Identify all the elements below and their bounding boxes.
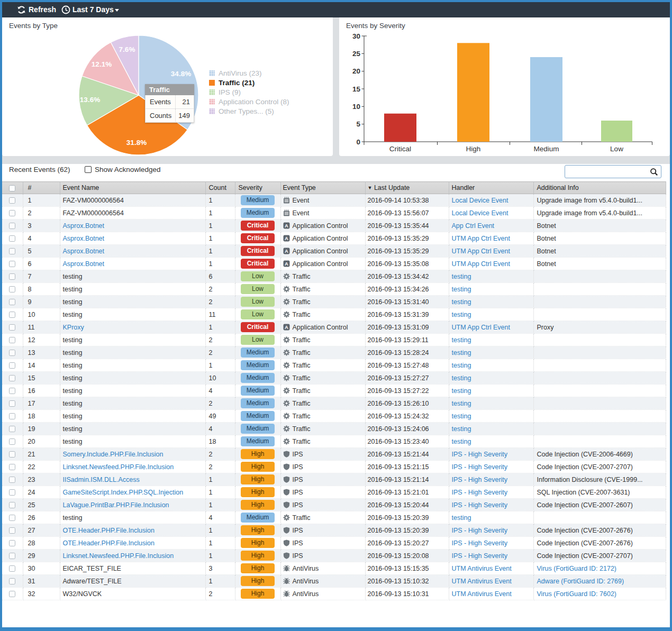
svg-text:13.6%: 13.6% xyxy=(80,96,100,104)
svg-text:7.6%: 7.6% xyxy=(119,45,135,53)
svg-text:31.8%: 31.8% xyxy=(126,139,147,147)
svg-text:A: A xyxy=(285,222,288,228)
svg-text:A: A xyxy=(285,260,288,266)
svg-text:34.8%: 34.8% xyxy=(171,70,191,78)
svg-text:0: 0 xyxy=(356,138,360,146)
svg-text:30: 30 xyxy=(352,32,360,40)
svg-text:Medium: Medium xyxy=(533,145,559,153)
svg-text:20: 20 xyxy=(352,67,360,75)
svg-text:Critical: Critical xyxy=(389,145,411,153)
svg-text:A: A xyxy=(285,324,288,330)
svg-text:Low: Low xyxy=(610,145,623,153)
svg-text:High: High xyxy=(466,145,481,153)
svg-text:12.1%: 12.1% xyxy=(92,60,112,68)
svg-text:15: 15 xyxy=(352,85,361,93)
svg-text:A: A xyxy=(285,248,288,253)
svg-text:25: 25 xyxy=(352,50,361,58)
svg-text:5: 5 xyxy=(356,120,360,128)
svg-text:A: A xyxy=(285,235,288,241)
svg-text:10: 10 xyxy=(352,103,360,111)
